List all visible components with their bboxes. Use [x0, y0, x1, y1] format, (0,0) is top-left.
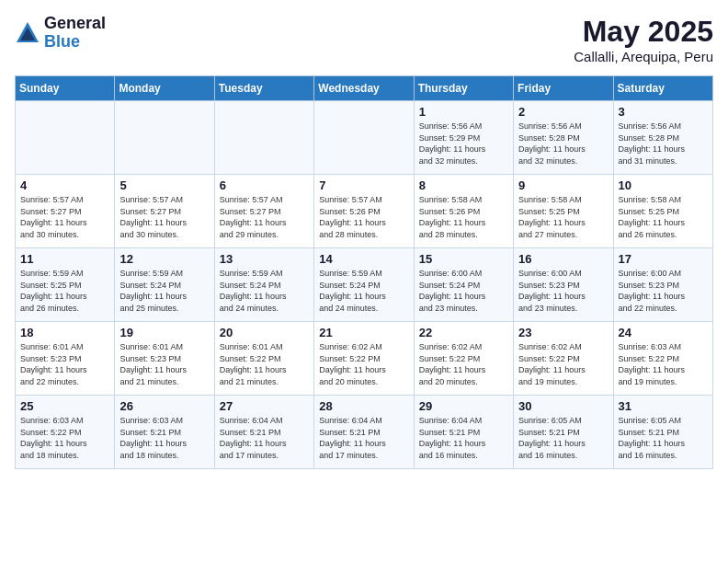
- day-number: 29: [419, 399, 508, 413]
- day-number: 17: [619, 252, 708, 266]
- day-number: 13: [220, 252, 309, 266]
- day-info: Sunrise: 6:00 AM Sunset: 5:23 PM Dayligh…: [518, 268, 608, 314]
- day-header-tuesday: Tuesday: [214, 76, 313, 101]
- day-header-thursday: Thursday: [414, 76, 513, 101]
- day-info: Sunrise: 5:58 AM Sunset: 5:25 PM Dayligh…: [518, 194, 608, 240]
- day-number: 2: [518, 105, 608, 119]
- day-number: 11: [20, 252, 109, 266]
- day-header-wednesday: Wednesday: [314, 76, 414, 101]
- calendar-week-3: 11Sunrise: 5:59 AM Sunset: 5:25 PM Dayli…: [16, 248, 713, 322]
- day-info: Sunrise: 6:00 AM Sunset: 5:24 PM Dayligh…: [419, 268, 508, 314]
- day-info: Sunrise: 6:03 AM Sunset: 5:21 PM Dayligh…: [119, 415, 209, 461]
- day-info: Sunrise: 5:57 AM Sunset: 5:27 PM Dayligh…: [20, 194, 109, 240]
- day-number: 9: [518, 178, 608, 192]
- days-of-week-row: SundayMondayTuesdayWednesdayThursdayFrid…: [16, 76, 713, 101]
- day-info: Sunrise: 6:02 AM Sunset: 5:22 PM Dayligh…: [319, 341, 408, 387]
- calendar-cell: 16Sunrise: 6:00 AM Sunset: 5:23 PM Dayli…: [514, 248, 613, 322]
- day-info: Sunrise: 5:59 AM Sunset: 5:24 PM Dayligh…: [220, 268, 309, 314]
- calendar-week-2: 4Sunrise: 5:57 AM Sunset: 5:27 PM Daylig…: [16, 175, 713, 248]
- day-info: Sunrise: 5:58 AM Sunset: 5:26 PM Dayligh…: [419, 194, 508, 240]
- calendar-cell: 22Sunrise: 6:02 AM Sunset: 5:22 PM Dayli…: [414, 322, 513, 396]
- day-number: 8: [419, 178, 508, 192]
- day-number: 25: [20, 399, 109, 413]
- logo-general-text: General: [44, 15, 106, 33]
- day-info: Sunrise: 5:57 AM Sunset: 5:26 PM Dayligh…: [319, 194, 408, 240]
- calendar-cell: 9Sunrise: 5:58 AM Sunset: 5:25 PM Daylig…: [514, 175, 613, 248]
- day-number: 18: [20, 326, 109, 339]
- month-year-title: May 2025: [574, 15, 713, 49]
- calendar-cell: 20Sunrise: 6:01 AM Sunset: 5:22 PM Dayli…: [214, 322, 313, 396]
- calendar-week-1: 1Sunrise: 5:56 AM Sunset: 5:29 PM Daylig…: [16, 101, 713, 175]
- calendar-cell: 21Sunrise: 6:02 AM Sunset: 5:22 PM Dayli…: [314, 322, 414, 396]
- calendar-cell: 7Sunrise: 5:57 AM Sunset: 5:26 PM Daylig…: [314, 175, 414, 248]
- day-info: Sunrise: 6:02 AM Sunset: 5:22 PM Dayligh…: [518, 341, 608, 387]
- day-header-monday: Monday: [115, 76, 214, 101]
- logo-blue-text: Blue: [44, 33, 106, 52]
- calendar-cell: 31Sunrise: 6:05 AM Sunset: 5:21 PM Dayli…: [613, 396, 712, 469]
- day-number: 20: [220, 326, 309, 339]
- calendar-cell: 12Sunrise: 5:59 AM Sunset: 5:24 PM Dayli…: [115, 248, 214, 322]
- day-info: Sunrise: 5:57 AM Sunset: 5:27 PM Dayligh…: [220, 194, 309, 240]
- day-number: 22: [419, 326, 508, 339]
- calendar-cell: 11Sunrise: 5:59 AM Sunset: 5:25 PM Dayli…: [16, 248, 115, 322]
- day-number: 10: [619, 178, 708, 192]
- calendar-cell: 4Sunrise: 5:57 AM Sunset: 5:27 PM Daylig…: [16, 175, 115, 248]
- calendar-table: SundayMondayTuesdayWednesdayThursdayFrid…: [15, 75, 713, 469]
- calendar-cell: 14Sunrise: 5:59 AM Sunset: 5:24 PM Dayli…: [314, 248, 414, 322]
- day-info: Sunrise: 6:04 AM Sunset: 5:21 PM Dayligh…: [419, 415, 508, 461]
- day-number: 7: [319, 178, 408, 192]
- calendar-cell: 18Sunrise: 6:01 AM Sunset: 5:23 PM Dayli…: [16, 322, 115, 396]
- calendar-cell: 8Sunrise: 5:58 AM Sunset: 5:26 PM Daylig…: [414, 175, 513, 248]
- day-info: Sunrise: 5:59 AM Sunset: 5:25 PM Dayligh…: [20, 268, 109, 314]
- calendar-cell: 30Sunrise: 6:05 AM Sunset: 5:21 PM Dayli…: [514, 396, 613, 469]
- day-number: 14: [319, 252, 408, 266]
- day-info: Sunrise: 5:56 AM Sunset: 5:29 PM Dayligh…: [419, 121, 508, 167]
- day-number: 19: [119, 326, 209, 339]
- logo-icon: [15, 20, 40, 46]
- calendar-header: SundayMondayTuesdayWednesdayThursdayFrid…: [16, 76, 713, 101]
- day-info: Sunrise: 6:01 AM Sunset: 5:23 PM Dayligh…: [20, 341, 109, 387]
- calendar-cell: 15Sunrise: 6:00 AM Sunset: 5:24 PM Dayli…: [414, 248, 513, 322]
- day-number: 1: [419, 105, 508, 119]
- day-number: 30: [518, 399, 608, 413]
- calendar-cell: 26Sunrise: 6:03 AM Sunset: 5:21 PM Dayli…: [115, 396, 214, 469]
- day-info: Sunrise: 6:03 AM Sunset: 5:22 PM Dayligh…: [619, 341, 708, 387]
- title-block: May 2025 Callalli, Arequipa, Peru: [574, 15, 713, 64]
- calendar-week-4: 18Sunrise: 6:01 AM Sunset: 5:23 PM Dayli…: [16, 322, 713, 396]
- day-number: 5: [119, 178, 209, 192]
- day-number: 4: [20, 178, 109, 192]
- day-header-saturday: Saturday: [613, 76, 712, 101]
- calendar-week-5: 25Sunrise: 6:03 AM Sunset: 5:22 PM Dayli…: [16, 396, 713, 469]
- logo: General Blue: [15, 15, 106, 52]
- location-subtitle: Callalli, Arequipa, Peru: [574, 49, 713, 64]
- day-number: 28: [319, 399, 408, 413]
- calendar-cell: [16, 101, 115, 175]
- calendar-cell: [214, 101, 313, 175]
- calendar-cell: 2Sunrise: 5:56 AM Sunset: 5:28 PM Daylig…: [514, 101, 613, 175]
- day-number: 31: [619, 399, 708, 413]
- day-number: 15: [419, 252, 508, 266]
- day-number: 23: [518, 326, 608, 339]
- day-header-sunday: Sunday: [16, 76, 115, 101]
- calendar-cell: 25Sunrise: 6:03 AM Sunset: 5:22 PM Dayli…: [16, 396, 115, 469]
- calendar-cell: 28Sunrise: 6:04 AM Sunset: 5:21 PM Dayli…: [314, 396, 414, 469]
- day-info: Sunrise: 5:58 AM Sunset: 5:25 PM Dayligh…: [619, 194, 708, 240]
- calendar-cell: 10Sunrise: 5:58 AM Sunset: 5:25 PM Dayli…: [613, 175, 712, 248]
- calendar-cell: 17Sunrise: 6:00 AM Sunset: 5:23 PM Dayli…: [613, 248, 712, 322]
- calendar-cell: 5Sunrise: 5:57 AM Sunset: 5:27 PM Daylig…: [115, 175, 214, 248]
- day-info: Sunrise: 6:05 AM Sunset: 5:21 PM Dayligh…: [619, 415, 708, 461]
- calendar-cell: 3Sunrise: 5:56 AM Sunset: 5:28 PM Daylig…: [613, 101, 712, 175]
- day-info: Sunrise: 6:03 AM Sunset: 5:22 PM Dayligh…: [20, 415, 109, 461]
- logo-text: General Blue: [44, 15, 106, 52]
- day-info: Sunrise: 5:59 AM Sunset: 5:24 PM Dayligh…: [119, 268, 209, 314]
- calendar-body: 1Sunrise: 5:56 AM Sunset: 5:29 PM Daylig…: [16, 101, 713, 469]
- day-number: 3: [619, 105, 708, 119]
- day-info: Sunrise: 6:02 AM Sunset: 5:22 PM Dayligh…: [419, 341, 508, 387]
- calendar-cell: 29Sunrise: 6:04 AM Sunset: 5:21 PM Dayli…: [414, 396, 513, 469]
- calendar-cell: 6Sunrise: 5:57 AM Sunset: 5:27 PM Daylig…: [214, 175, 313, 248]
- calendar-cell: [314, 101, 414, 175]
- page-header: General Blue May 2025 Callalli, Arequipa…: [15, 15, 713, 64]
- calendar-cell: 13Sunrise: 5:59 AM Sunset: 5:24 PM Dayli…: [214, 248, 313, 322]
- day-info: Sunrise: 6:01 AM Sunset: 5:23 PM Dayligh…: [119, 341, 209, 387]
- day-info: Sunrise: 6:00 AM Sunset: 5:23 PM Dayligh…: [619, 268, 708, 314]
